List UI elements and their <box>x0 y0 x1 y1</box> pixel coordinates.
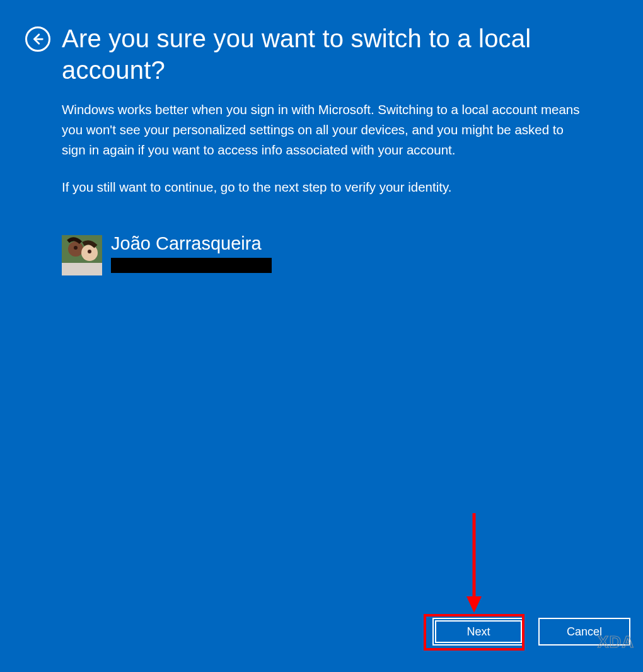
next-button[interactable]: Next <box>432 618 524 646</box>
description-paragraph-1: Windows works better when you sign in wi… <box>62 100 585 159</box>
account-email-redacted <box>111 258 272 273</box>
arrow-left-icon <box>31 32 45 46</box>
page-title: Are you sure you want to switch to a loc… <box>62 23 579 86</box>
svg-rect-4 <box>62 263 102 275</box>
annotation-arrow <box>465 513 484 614</box>
back-button[interactable] <box>25 26 50 52</box>
svg-marker-8 <box>466 596 482 613</box>
account-name: João Carrasqueira <box>111 234 272 254</box>
description-paragraph-2: If you still want to continue, go to the… <box>62 177 585 197</box>
svg-point-6 <box>88 250 91 253</box>
cancel-button[interactable]: Cancel <box>538 618 630 646</box>
avatar <box>62 235 102 275</box>
svg-point-5 <box>74 246 78 250</box>
account-info: João Carrasqueira <box>62 235 585 275</box>
